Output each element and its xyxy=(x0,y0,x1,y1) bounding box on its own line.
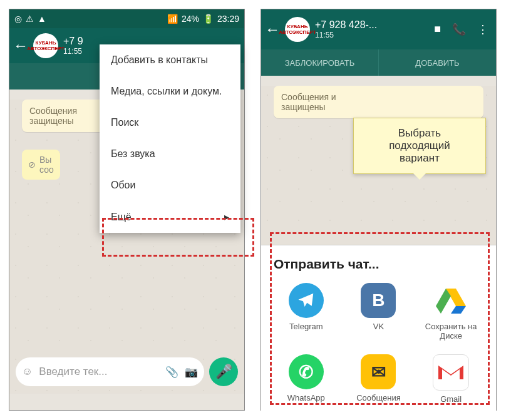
add-tab[interactable]: ДОБАВИТЬ xyxy=(378,49,496,76)
clock: 23:29 xyxy=(217,14,239,24)
overflow-menu: Добавить в контакты Медиа, ссылки и доку… xyxy=(100,44,240,233)
notif-icon: ◎ xyxy=(14,14,22,24)
highlight-share-grid xyxy=(270,232,490,405)
last-seen: 11:55 xyxy=(315,31,434,39)
warn-icon: ⚠ xyxy=(26,14,34,24)
phone-number[interactable]: +7 928 428-... xyxy=(315,19,434,31)
menu-search[interactable]: Поиск xyxy=(100,107,240,138)
block-tab[interactable]: ЗАБЛОКИРОВАТЬ xyxy=(261,49,378,76)
status-bar: ◎⚠▲ 📶24%🔋23:29 xyxy=(9,9,244,28)
phone-icon[interactable]: 📞 xyxy=(452,23,466,36)
message-field[interactable]: ☺ Введите тек... 📎 📷 xyxy=(16,357,204,386)
phone-left: ◎⚠▲ 📶24%🔋23:29 ← КУБАНЬ АВТОЭКСПЕРТ +7 9… xyxy=(9,9,245,411)
chat-header: ← КУБАНЬ АВТОЭКСПЕРТ +7 928 428-... 11:5… xyxy=(261,9,496,49)
menu-icon[interactable]: ⋮ xyxy=(477,23,488,36)
input-bar: ☺ Введите тек... 📎 📷 🎤 xyxy=(16,357,238,386)
avatar[interactable]: КУБАНЬ АВТОЭКСПЕРТ xyxy=(33,33,58,58)
phone-right: ← КУБАНЬ АВТОЭКСПЕРТ +7 928 428-... 11:5… xyxy=(261,9,497,411)
placeholder: Введите тек... xyxy=(39,366,159,378)
video-icon[interactable]: ■ xyxy=(434,23,441,36)
menu-media[interactable]: Медиа, ссылки и докум. xyxy=(100,76,240,107)
back-icon[interactable]: ← xyxy=(265,21,280,38)
battery-icon: 24% xyxy=(182,14,199,24)
mic-button[interactable]: 🎤 xyxy=(209,357,238,386)
menu-mute[interactable]: Без звука xyxy=(100,138,240,170)
wifi-icon: 📶 xyxy=(167,14,178,24)
back-icon[interactable]: ← xyxy=(13,37,28,54)
encryption-notice: Сообщения и защищены xyxy=(274,86,483,118)
highlight-more xyxy=(102,218,254,257)
action-banner: ЗАБЛОКИРОВАТЬ ДОБАВИТЬ xyxy=(261,49,496,76)
deleted-message: ⊘Вы соо xyxy=(22,150,60,180)
menu-add-contact[interactable]: Добавить в контакты xyxy=(100,44,240,76)
attach-icon[interactable]: 📎 xyxy=(165,366,178,379)
menu-wallpaper[interactable]: Обои xyxy=(100,170,240,201)
battery-icon: 🔋 xyxy=(203,14,214,24)
avatar[interactable]: КУБАНЬ АВТОЭКСПЕРТ xyxy=(285,17,310,42)
callout-tip: Выбрать подходящий вариант xyxy=(353,118,486,174)
play-icon: ▲ xyxy=(38,14,46,24)
blocked-icon: ⊘ xyxy=(28,160,36,170)
emoji-icon[interactable]: ☺ xyxy=(22,366,33,378)
mic-icon: 🎤 xyxy=(215,364,232,380)
camera-icon[interactable]: 📷 xyxy=(185,366,198,379)
